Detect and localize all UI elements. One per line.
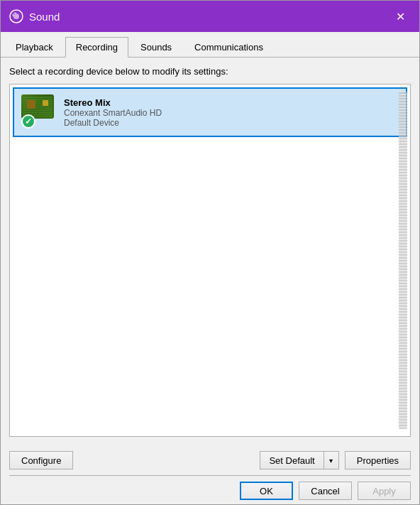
sound-dialog: Sound ✕ Playback Recording Sounds Commun… [0,0,420,505]
device-info: Stereo Mix Conexant SmartAudio HD Defaul… [64,97,399,128]
svg-point-1 [13,13,19,19]
device-status: Default Device [64,118,399,128]
default-check-icon: ✓ [21,114,35,129]
chip-icon [27,100,35,109]
cancel-button[interactable]: Cancel [299,482,352,500]
main-content: Select a recording device below to modif… [1,58,419,445]
title-bar: Sound ✕ [1,1,419,32]
bottom-button-row: OK Cancel Apply [1,476,419,504]
tab-sounds[interactable]: Sounds [130,37,182,58]
mid-button-row: Configure Set Default ▾ Properties [1,445,419,469]
tab-recording[interactable]: Recording [65,37,128,58]
close-button[interactable]: ✕ [389,6,411,27]
set-default-wrapper: Set Default ▾ [260,451,338,469]
spacer [1,469,419,475]
set-default-button[interactable]: Set Default [260,451,323,469]
chip2-icon [43,100,48,106]
set-default-dropdown-button[interactable]: ▾ [324,451,339,469]
tab-bar: Playback Recording Sounds Communications [1,32,419,58]
device-driver: Conexant SmartAudio HD [64,108,399,118]
tab-playback[interactable]: Playback [5,37,64,58]
properties-button[interactable]: Properties [345,451,411,469]
scrollbar[interactable] [399,92,407,429]
sound-icon [9,9,23,23]
device-icon-wrapper: ✓ [21,94,57,130]
ok-button[interactable]: OK [240,482,293,500]
device-name: Stereo Mix [64,97,399,108]
configure-button[interactable]: Configure [9,451,73,469]
device-item[interactable]: ✓ Stereo Mix Conexant SmartAudio HD Defa… [13,87,407,137]
window-title: Sound [29,11,389,23]
mid-right-buttons: Set Default ▾ Properties [260,451,411,469]
apply-button[interactable]: Apply [358,482,411,500]
tab-communications[interactable]: Communications [184,37,274,58]
content-description: Select a recording device below to modif… [9,66,411,77]
device-list[interactable]: ✓ Stereo Mix Conexant SmartAudio HD Defa… [9,84,411,437]
